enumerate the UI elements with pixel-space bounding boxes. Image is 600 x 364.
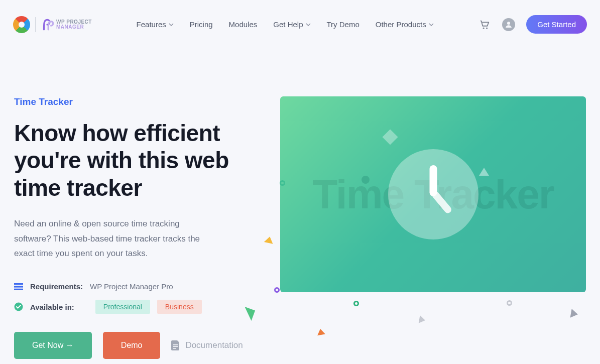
- user-icon: [502, 18, 515, 31]
- svg-point-1: [486, 27, 488, 29]
- account-button[interactable]: [502, 18, 515, 31]
- document-icon: [171, 340, 180, 350]
- svg-point-2: [507, 22, 510, 25]
- wp-project-manager-logo: WP PROJECT MANAGER: [41, 18, 92, 31]
- pm-logo-icon: [41, 18, 54, 31]
- requirements-row: Requirements: WP Project Manager Pro: [14, 282, 265, 291]
- nav-other-products-label: Other Products: [376, 20, 426, 29]
- chevron-down-icon: [169, 22, 174, 27]
- nav-try-demo[interactable]: Try Demo: [327, 20, 359, 29]
- plan-tag-professional[interactable]: Professional: [95, 300, 150, 314]
- brand-line1: WP PROJECT: [56, 20, 92, 25]
- requirements-label: Requirements:: [30, 282, 83, 291]
- page-title: Know how efficient you're with this web …: [14, 119, 265, 201]
- logo-divider: [35, 17, 36, 32]
- nav-features-label: Features: [137, 20, 166, 29]
- site-header: WP PROJECT MANAGER Features Pricing Modu…: [0, 0, 600, 49]
- main-nav: Features Pricing Modules Get Help Try De…: [137, 20, 434, 29]
- hero-section: Time Tracker Know how efficient you're w…: [0, 49, 600, 359]
- wedevs-logo-icon: [13, 16, 30, 33]
- clock-icon: [388, 149, 478, 239]
- get-started-button[interactable]: Get Started: [526, 15, 587, 34]
- documentation-link[interactable]: Documentation: [171, 340, 243, 350]
- svg-rect-7: [173, 344, 178, 345]
- chevron-down-icon: [429, 22, 434, 27]
- decoration-diamond: [382, 129, 398, 145]
- nav-pricing[interactable]: Pricing: [190, 20, 213, 29]
- cart-button[interactable]: [478, 18, 491, 31]
- cart-icon: [479, 19, 490, 30]
- hero-illustration: Time Tracker: [280, 96, 586, 292]
- eyebrow: Time Tracker: [14, 96, 265, 107]
- nav-modules-label: Modules: [229, 20, 258, 29]
- nav-modules[interactable]: Modules: [229, 20, 258, 29]
- svg-rect-5: [14, 288, 23, 290]
- nav-pricing-label: Pricing: [190, 20, 213, 29]
- hero-content: Time Tracker Know how efficient you're w…: [14, 96, 265, 359]
- svg-rect-4: [14, 286, 23, 287]
- available-row: Available in: Professional Business: [14, 300, 265, 314]
- available-label: Available in:: [30, 303, 74, 311]
- nav-try-demo-label: Try Demo: [327, 20, 359, 29]
- list-icon: [14, 283, 23, 290]
- svg-rect-3: [14, 283, 23, 285]
- svg-rect-9: [173, 348, 176, 349]
- demo-button[interactable]: Demo: [103, 332, 161, 359]
- svg-point-0: [483, 27, 485, 29]
- plan-tag-business[interactable]: Business: [157, 300, 202, 314]
- page-subtitle: Need an online & open source time tracki…: [14, 216, 205, 261]
- requirements-value: WP Project Manager Pro: [90, 282, 173, 291]
- nav-other-products[interactable]: Other Products: [376, 20, 434, 29]
- chevron-down-icon: [306, 22, 311, 27]
- cta-row: Get Now → Demo Documentation: [14, 332, 265, 359]
- header-right: Get Started: [478, 15, 587, 34]
- svg-rect-8: [173, 346, 178, 347]
- documentation-label: Documentation: [185, 340, 243, 350]
- brand-line2: MANAGER: [56, 25, 92, 30]
- nav-get-help[interactable]: Get Help: [273, 20, 310, 29]
- nav-get-help-label: Get Help: [273, 20, 303, 29]
- nav-features[interactable]: Features: [137, 20, 174, 29]
- logo-group[interactable]: WP PROJECT MANAGER: [13, 16, 92, 33]
- check-circle-icon: [14, 302, 23, 311]
- get-now-button[interactable]: Get Now →: [14, 332, 92, 359]
